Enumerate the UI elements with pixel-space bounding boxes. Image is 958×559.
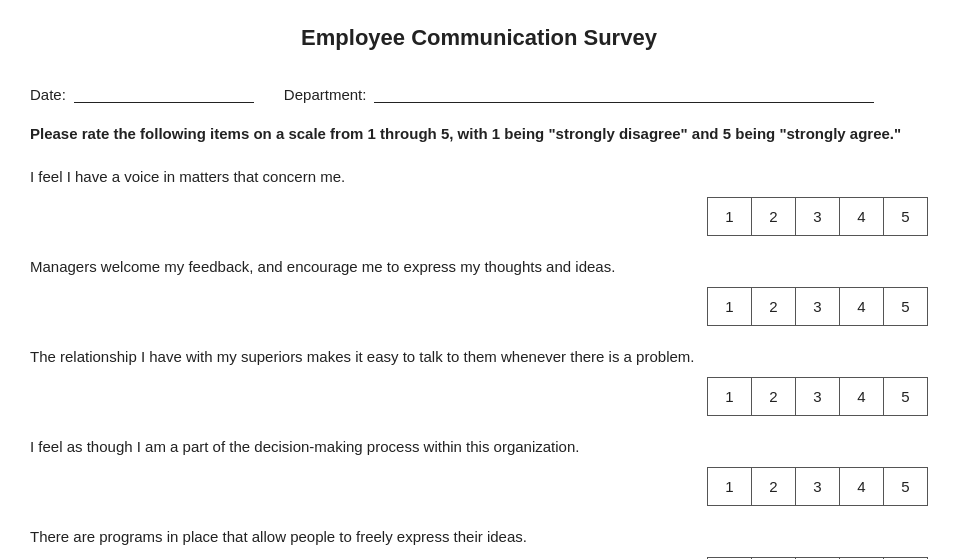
question-block-2: Managers welcome my feedback, and encour… bbox=[30, 256, 928, 326]
instructions-text: Please rate the following items on a sca… bbox=[30, 123, 928, 146]
rating-cell-3-2[interactable]: 2 bbox=[752, 377, 796, 415]
rating-cell-1-1[interactable]: 1 bbox=[708, 197, 752, 235]
rating-cell-2-4[interactable]: 4 bbox=[840, 287, 884, 325]
rating-cell-3-3[interactable]: 3 bbox=[796, 377, 840, 415]
rating-cell-4-1[interactable]: 1 bbox=[708, 467, 752, 505]
question-block-5: There are programs in place that allow p… bbox=[30, 526, 928, 560]
rating-table-1: 12345 bbox=[707, 197, 928, 236]
rating-cell-4-2[interactable]: 2 bbox=[752, 467, 796, 505]
questions-container: I feel I have a voice in matters that co… bbox=[30, 166, 928, 560]
rating-cell-3-5[interactable]: 5 bbox=[884, 377, 928, 415]
rating-cell-2-1[interactable]: 1 bbox=[708, 287, 752, 325]
date-field-group: Date: bbox=[30, 81, 254, 103]
department-input[interactable] bbox=[374, 81, 874, 103]
rating-cell-2-5[interactable]: 5 bbox=[884, 287, 928, 325]
question-text-3: The relationship I have with my superior… bbox=[30, 346, 928, 367]
rating-cell-1-4[interactable]: 4 bbox=[840, 197, 884, 235]
date-input[interactable] bbox=[74, 81, 254, 103]
question-text-2: Managers welcome my feedback, and encour… bbox=[30, 256, 928, 277]
rating-table-3: 12345 bbox=[707, 377, 928, 416]
question-text-1: I feel I have a voice in matters that co… bbox=[30, 166, 928, 187]
rating-cell-3-4[interactable]: 4 bbox=[840, 377, 884, 415]
survey-title: Employee Communication Survey bbox=[30, 25, 928, 51]
rating-cell-4-3[interactable]: 3 bbox=[796, 467, 840, 505]
rating-cell-2-2[interactable]: 2 bbox=[752, 287, 796, 325]
rating-cell-1-2[interactable]: 2 bbox=[752, 197, 796, 235]
rating-cell-3-1[interactable]: 1 bbox=[708, 377, 752, 415]
rating-row-3: 12345 bbox=[30, 377, 928, 416]
rating-cell-4-4[interactable]: 4 bbox=[840, 467, 884, 505]
rating-cell-1-3[interactable]: 3 bbox=[796, 197, 840, 235]
rating-table-2: 12345 bbox=[707, 287, 928, 326]
question-block-3: The relationship I have with my superior… bbox=[30, 346, 928, 416]
department-field-group: Department: bbox=[284, 81, 875, 103]
rating-row-1: 12345 bbox=[30, 197, 928, 236]
rating-cell-4-5[interactable]: 5 bbox=[884, 467, 928, 505]
rating-cell-1-5[interactable]: 5 bbox=[884, 197, 928, 235]
date-label: Date: bbox=[30, 86, 66, 103]
department-label: Department: bbox=[284, 86, 367, 103]
rating-row-4: 12345 bbox=[30, 467, 928, 506]
question-block-4: I feel as though I am a part of the deci… bbox=[30, 436, 928, 506]
rating-cell-2-3[interactable]: 3 bbox=[796, 287, 840, 325]
rating-table-4: 12345 bbox=[707, 467, 928, 506]
question-text-4: I feel as though I am a part of the deci… bbox=[30, 436, 928, 457]
form-header-row: Date: Department: bbox=[30, 81, 928, 103]
question-text-5: There are programs in place that allow p… bbox=[30, 526, 928, 547]
rating-row-2: 12345 bbox=[30, 287, 928, 326]
question-block-1: I feel I have a voice in matters that co… bbox=[30, 166, 928, 236]
